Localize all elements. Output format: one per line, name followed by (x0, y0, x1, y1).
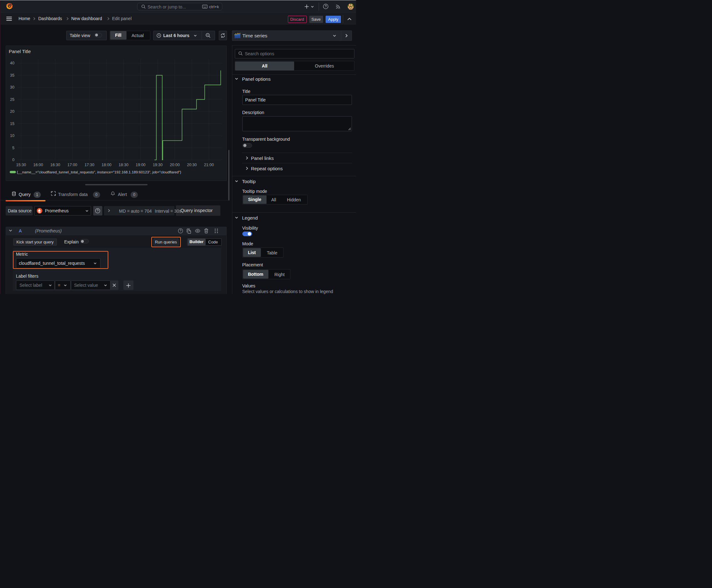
svg-text:30: 30 (10, 85, 15, 89)
svg-text:17:30: 17:30 (84, 163, 94, 167)
svg-text:18:30: 18:30 (118, 163, 128, 167)
svg-text:16:00: 16:00 (33, 163, 43, 167)
svg-text:21:00: 21:00 (204, 163, 214, 167)
svg-text:0: 0 (12, 158, 15, 162)
svg-text:19:30: 19:30 (153, 163, 163, 167)
svg-text:5: 5 (12, 145, 15, 150)
svg-text:19:00: 19:00 (136, 163, 145, 167)
svg-text:20:00: 20:00 (170, 163, 179, 167)
svg-text:25: 25 (10, 97, 15, 102)
svg-text:40: 40 (10, 61, 15, 65)
svg-text:35: 35 (10, 73, 15, 77)
svg-text:20:30: 20:30 (187, 163, 196, 167)
svg-text:16:30: 16:30 (50, 163, 60, 167)
svg-text:18:00: 18:00 (102, 163, 111, 167)
svg-text:10: 10 (10, 133, 15, 138)
svg-text:20: 20 (10, 109, 15, 114)
svg-text:15: 15 (10, 121, 15, 126)
svg-text:15:30: 15:30 (16, 163, 26, 167)
svg-text:17:00: 17:00 (67, 163, 77, 167)
svg-text:{__name__="cloudflared_tunnel_: {__name__="cloudflared_tunnel_total_requ… (17, 170, 181, 174)
